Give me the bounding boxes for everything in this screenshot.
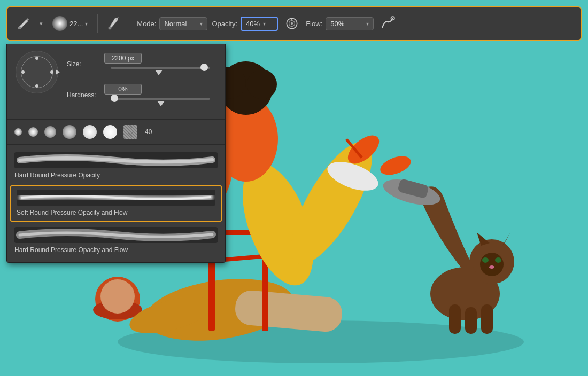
- flow-dropdown[interactable]: 50% ▾: [326, 17, 374, 30]
- size-label: Size:: [67, 60, 99, 68]
- brush-item-1[interactable]: Hard Round Pressure Opacity: [7, 149, 225, 183]
- smoothing-button[interactable]: [378, 14, 397, 33]
- mode-section: Mode: Normal ▾: [137, 17, 207, 30]
- svg-point-41: [291, 22, 293, 25]
- hardness-row: Hardness: 0%: [67, 84, 216, 106]
- preview-handle-right[interactable]: [50, 70, 53, 74]
- airbrush-toggle-button[interactable]: [282, 14, 301, 33]
- size-slider-thumb[interactable]: [200, 64, 208, 71]
- brush-item-label-2: Soft Round Pressure Opacity and Flow: [17, 208, 215, 217]
- svg-rect-32: [465, 307, 477, 334]
- separator-1: [97, 14, 98, 33]
- opacity-chevron: ▾: [263, 21, 266, 27]
- flow-section: Flow: 50% ▾: [306, 17, 374, 30]
- preset-brush-7[interactable]: [122, 124, 138, 140]
- smoothing-icon: [380, 16, 395, 31]
- brush-stroke-preview-1: [14, 152, 218, 168]
- preset-brush-3[interactable]: [43, 125, 57, 139]
- hardness-slider-track[interactable]: [111, 98, 210, 100]
- preset-number: 40: [143, 127, 154, 137]
- opacity-input[interactable]: 40% ▾: [241, 17, 278, 31]
- preview-arrow-icon: [56, 69, 60, 75]
- preset-brush-1[interactable]: [13, 127, 23, 137]
- preview-handle-bottom[interactable]: [35, 84, 38, 88]
- preset-brush-4[interactable]: [61, 124, 78, 140]
- size-slider-arrow[interactable]: [155, 70, 163, 75]
- brush-size-value: 22...: [69, 20, 83, 28]
- preset-icon-4: [63, 125, 76, 139]
- hardness-slider-arrow[interactable]: [157, 101, 165, 106]
- brush-preview-circle: [16, 51, 58, 93]
- size-row: Size: 2200 px: [67, 53, 216, 75]
- airbrush-icon: [284, 16, 299, 31]
- brush-stroke-preview-3: [14, 227, 218, 243]
- brush-list: Hard Round Pressure Opacity Soft Round P…: [7, 145, 225, 262]
- flow-chevron: ▾: [366, 21, 369, 27]
- toolbar: ▾ 22... ▾ Mode: Normal ▾ Opacity: 40% ▾: [6, 6, 582, 41]
- preset-icon-1: [14, 128, 22, 136]
- preset-icon-2: [28, 127, 38, 137]
- brush-circle-inner: [21, 56, 53, 88]
- svg-point-37: [109, 27, 111, 29]
- brush-picker-panel: Size: 2200 px: [6, 44, 226, 263]
- separator-2: [130, 14, 130, 33]
- svg-point-27: [480, 253, 504, 276]
- preset-brush-6[interactable]: [102, 124, 118, 140]
- mode-value: Normal: [164, 20, 187, 28]
- preset-icon-3: [44, 126, 56, 138]
- preset-brush-5[interactable]: [82, 124, 98, 140]
- preset-icon-6: [103, 125, 117, 139]
- preset-brush-2[interactable]: [27, 126, 39, 138]
- mode-chevron: ▾: [200, 21, 203, 27]
- brush-item-label-3: Hard Round Pressure Opacity and Flow: [14, 245, 218, 255]
- chevron-down-icon: ▾: [40, 20, 43, 27]
- brush-preview-icon: [52, 16, 67, 31]
- svg-point-21: [247, 69, 277, 99]
- brush-size-selector[interactable]: 22... ▾: [49, 14, 91, 33]
- pen-tool-button[interactable]: [104, 14, 123, 33]
- brush-item-2[interactable]: Soft Round Pressure Opacity and Flow: [10, 185, 222, 222]
- mode-label: Mode:: [137, 20, 156, 28]
- opacity-section: Opacity: 40% ▾: [212, 17, 278, 31]
- flow-value: 50%: [330, 20, 344, 28]
- svg-rect-33: [481, 304, 493, 334]
- brush-tool-button[interactable]: [14, 14, 33, 33]
- hardness-value[interactable]: 0%: [104, 84, 142, 95]
- svg-point-30: [489, 265, 494, 269]
- brush-item-label-1: Hard Round Pressure Opacity: [14, 170, 218, 180]
- brush-stroke-preview-2: [17, 190, 215, 206]
- brush-tool-chevron[interactable]: ▾: [37, 18, 45, 29]
- preview-handle-left[interactable]: [21, 70, 25, 74]
- size-value[interactable]: 2200 px: [104, 53, 142, 64]
- hardness-label: Hardness:: [67, 91, 99, 99]
- preset-icon-7: [123, 125, 137, 139]
- brush-presets-bar: 40: [7, 119, 225, 145]
- svg-rect-31: [449, 304, 461, 334]
- size-slider-track[interactable]: [111, 67, 210, 69]
- hardness-slider-thumb[interactable]: [111, 95, 118, 102]
- svg-point-28: [482, 257, 489, 263]
- pen-icon: [106, 16, 121, 31]
- flow-label: Flow:: [306, 20, 322, 28]
- brush-size-chevron: ▾: [85, 21, 88, 27]
- svg-point-6: [100, 279, 135, 314]
- opacity-value: 40%: [246, 20, 260, 28]
- preview-handle-top[interactable]: [35, 57, 38, 60]
- brush-item-3[interactable]: Hard Round Pressure Opacity and Flow: [7, 224, 225, 258]
- brush-settings: Size: 2200 px: [7, 44, 225, 119]
- mode-dropdown[interactable]: Normal ▾: [159, 17, 207, 30]
- brush-icon: [16, 16, 31, 31]
- preset-icon-5: [83, 125, 97, 139]
- svg-point-36: [18, 27, 21, 29]
- svg-point-29: [495, 257, 501, 263]
- opacity-label: Opacity:: [212, 20, 237, 28]
